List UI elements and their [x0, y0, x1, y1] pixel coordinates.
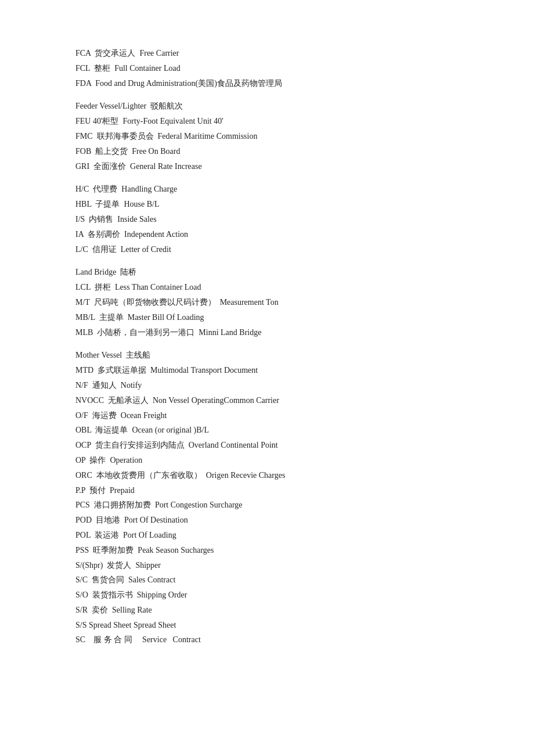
term-line-hbl: HBL 子提单 House B/L — [75, 197, 459, 211]
term-line-ia: IA 各别调价 Independent Action — [75, 228, 459, 242]
term-line-gri: GRI 全面涨价 General Rate Increase — [75, 160, 459, 174]
term-line-op: OP 操作 Operation — [75, 453, 459, 467]
term-line-sr: S/R 卖价 Selling Rate — [75, 603, 459, 617]
term-line-hc: H/C 代理费 Handling Charge — [75, 182, 459, 196]
content-area: FCA 货交承运人 Free CarrierFCL 整柜 Full Contai… — [75, 46, 459, 647]
term-line-ocp: OCP 货主自行安排运到内陆点 Overland Continental Poi… — [75, 438, 459, 452]
term-line-nf: N/F 通知人 Notify — [75, 379, 459, 393]
term-line-mothervsl: Mother Vessel 主线船 — [75, 348, 459, 362]
term-line-fob: FOB 船上交货 Free On Board — [75, 145, 459, 159]
term-line-pcs: PCS 港口拥挤附加费 Port Congestion Surcharge — [75, 498, 459, 512]
term-line-pp: P.P 预付 Prepaid — [75, 484, 459, 498]
term-line-svc: SC 服 务 合 同 Service Contract — [75, 633, 459, 647]
spacer-spacer3 — [75, 257, 459, 265]
term-line-of: O/F 海运费 Ocean Freight — [75, 409, 459, 423]
term-line-pol: POL 装运港 Port Of Loading — [75, 528, 459, 542]
term-line-lc: L/C 信用证 Letter of Credit — [75, 243, 459, 257]
term-line-feu: FEU 40'柜型 Forty-Foot Equivalent Unit 40' — [75, 114, 459, 128]
term-line-pss: PSS 旺季附加费 Peak Season Sucharges — [75, 543, 459, 557]
term-line-fca: FCA 货交承运人 Free Carrier — [75, 46, 459, 60]
term-line-feeder: Feeder Vessel/Lighter 驳船航次 — [75, 99, 459, 113]
term-line-ss: S/S Spread Sheet Spread Sheet — [75, 618, 459, 632]
term-line-mt: M/T 尺码吨（即货物收费以尺码计费） Measurement Ton — [75, 296, 459, 309]
term-line-is: I/S 内销售 Inside Sales — [75, 213, 459, 226]
spacer-spacer1 — [75, 91, 459, 99]
term-line-mlb: MLB 小陆桥，自一港到另一港口 Minni Land Bridge — [75, 326, 459, 340]
term-line-mbl: MB/L 主提单 Master Bill Of Loading — [75, 311, 459, 325]
term-line-lcl: LCL 拼柜 Less Than Container Load — [75, 280, 459, 294]
term-line-obl: OBL 海运提单 Ocean (or original )B/L — [75, 423, 459, 437]
term-line-orc: ORC 本地收货费用（广东省收取） Origen Recevie Charges — [75, 469, 459, 483]
spacer-spacer2 — [75, 174, 459, 182]
term-line-pod: POD 目地港 Port Of Destination — [75, 513, 459, 527]
term-line-landbridge: Land Bridge 陆桥 — [75, 265, 459, 279]
term-line-fmc: FMC 联邦海事委员会 Federal Maritime Commission — [75, 129, 459, 143]
term-line-shpr: S/(Shpr) 发货人 Shipper — [75, 559, 459, 573]
term-line-so: S/O 装货指示书 Shipping Order — [75, 588, 459, 602]
term-line-mtd: MTD 多式联运单据 Multimodal Transport Document — [75, 363, 459, 377]
term-line-nvocc: NVOCC 无船承运人 Non Vessel OperatingCommon C… — [75, 394, 459, 408]
term-line-fda: FDA Food and Drug Administration(美国)食品及药… — [75, 77, 459, 91]
term-line-sc: S/C 售货合同 Sales Contract — [75, 573, 459, 587]
spacer-spacer4 — [75, 340, 459, 348]
term-line-fcl: FCL 整柜 Full Container Load — [75, 62, 459, 75]
